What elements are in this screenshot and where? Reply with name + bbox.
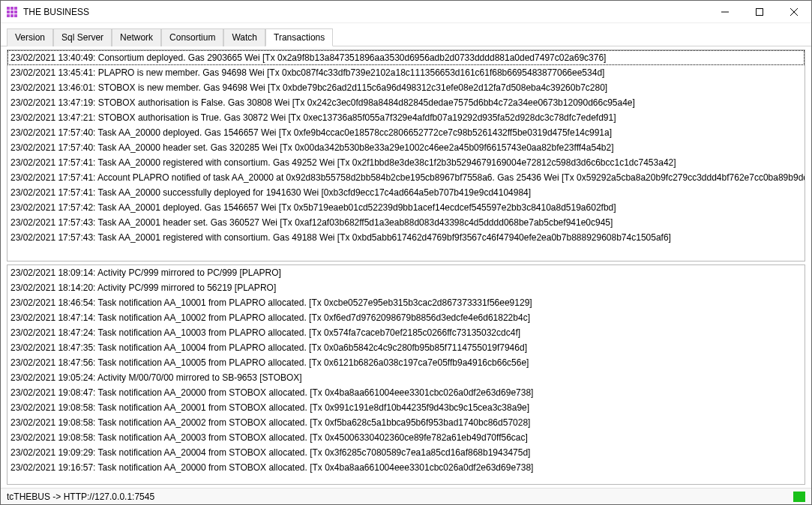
- status-text: tcTHEBUS -> HTTP://127.0.0.1:7545: [7, 492, 154, 502]
- tab-watch[interactable]: Watch: [223, 28, 265, 46]
- minimize-button[interactable]: [708, 1, 742, 22]
- log-line[interactable]: 23/02/2021 17:57:40: Task AA_20000 heade…: [7, 140, 805, 155]
- log-line[interactable]: 23/02/2021 19:16:57: Task notification A…: [7, 460, 805, 475]
- tab-transactions[interactable]: Transactions: [265, 28, 333, 46]
- close-icon: [790, 8, 798, 16]
- log-line[interactable]: 23/02/2021 13:40:49: Consortium deployed…: [7, 50, 805, 65]
- tab-network[interactable]: Network: [112, 28, 161, 46]
- app-icon: [7, 7, 17, 17]
- log-line[interactable]: 23/02/2021 19:05:24: Activity M/00/70/00…: [7, 370, 805, 385]
- transactions-log-bottom[interactable]: 23/02/2021 18:09:14: Activity PC/999 mir…: [7, 264, 805, 485]
- log-line[interactable]: 23/02/2021 18:47:24: Task notification A…: [7, 325, 805, 340]
- log-line[interactable]: 23/02/2021 13:47:21: STOBOX authorisatio…: [7, 110, 805, 125]
- app-window: THE BUSINESS VersionSql ServerNetworkCon…: [0, 0, 812, 505]
- log-line[interactable]: 23/02/2021 18:09:14: Activity PC/999 mir…: [7, 265, 805, 280]
- log-line[interactable]: 23/02/2021 17:57:40: Task AA_20000 deplo…: [7, 125, 805, 140]
- status-indicator: [793, 492, 805, 502]
- tab-content: 23/02/2021 13:40:49: Consortium deployed…: [1, 46, 811, 488]
- transactions-log-top[interactable]: 23/02/2021 13:40:49: Consortium deployed…: [7, 49, 805, 261]
- maximize-button[interactable]: [742, 1, 777, 22]
- log-line[interactable]: 23/02/2021 19:08:58: Task notification A…: [7, 400, 805, 415]
- close-button[interactable]: [777, 1, 811, 22]
- log-line[interactable]: 23/02/2021 17:57:41: Task AA_20000 regis…: [7, 155, 805, 170]
- log-line[interactable]: 23/02/2021 19:08:58: Task notification A…: [7, 430, 805, 445]
- tab-sql-server[interactable]: Sql Server: [53, 28, 112, 46]
- tabstrip: VersionSql ServerNetworkConsortiumWatchT…: [1, 23, 811, 46]
- log-line[interactable]: 23/02/2021 18:14:20: Activity PC/999 mir…: [7, 280, 805, 295]
- log-line[interactable]: 23/02/2021 13:45:41: PLAPRO is new membe…: [7, 65, 805, 80]
- titlebar: THE BUSINESS: [1, 1, 811, 23]
- statusbar: tcTHEBUS -> HTTP://127.0.0.1:7545: [1, 488, 811, 504]
- log-line[interactable]: 23/02/2021 18:47:35: Task notification A…: [7, 340, 805, 355]
- minimize-icon: [721, 8, 729, 16]
- window-title: THE BUSINESS: [23, 7, 89, 17]
- log-line[interactable]: 23/02/2021 18:47:14: Task notification A…: [7, 310, 805, 325]
- log-line[interactable]: 23/02/2021 13:47:19: STOBOX authorisatio…: [7, 95, 805, 110]
- svg-rect-1: [757, 8, 763, 15]
- tab-consortium[interactable]: Consortium: [161, 28, 223, 46]
- log-line[interactable]: 23/02/2021 19:09:29: Task notification A…: [7, 445, 805, 460]
- maximize-icon: [756, 8, 763, 16]
- tab-version[interactable]: Version: [7, 28, 53, 46]
- log-line[interactable]: 23/02/2021 17:57:43: Task AA_20001 heade…: [7, 215, 805, 230]
- log-line[interactable]: 23/02/2021 17:57:41: Task AA_20000 succe…: [7, 185, 805, 200]
- log-line[interactable]: 23/02/2021 17:57:43: Task AA_20001 regis…: [7, 230, 805, 245]
- log-line[interactable]: 23/02/2021 17:57:42: Task AA_20001 deplo…: [7, 200, 805, 215]
- window-controls: [708, 1, 811, 22]
- log-line[interactable]: 23/02/2021 19:08:47: Task notification A…: [7, 385, 805, 400]
- log-line[interactable]: 23/02/2021 18:47:56: Task notification A…: [7, 355, 805, 370]
- status-right: [793, 492, 805, 502]
- log-line[interactable]: 23/02/2021 18:46:54: Task notification A…: [7, 295, 805, 310]
- log-line[interactable]: 23/02/2021 17:57:41: Account PLAPRO noti…: [7, 170, 805, 185]
- log-line[interactable]: 23/02/2021 13:46:01: STOBOX is new membe…: [7, 80, 805, 95]
- log-line[interactable]: 23/02/2021 19:08:58: Task notification A…: [7, 415, 805, 430]
